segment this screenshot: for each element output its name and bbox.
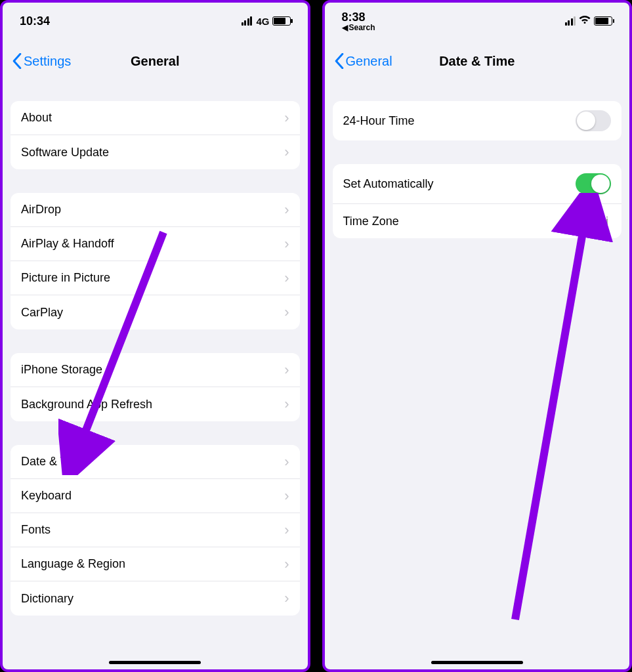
settings-group: iPhone Storage›Background App Refresh› bbox=[11, 353, 300, 421]
status-indicators: 4G bbox=[242, 16, 291, 27]
row-label: About bbox=[21, 111, 284, 125]
row-label: Picture in Picture bbox=[21, 271, 284, 285]
row-label: Language & Region bbox=[21, 557, 284, 571]
home-indicator[interactable] bbox=[431, 661, 523, 664]
row-24-hour-time[interactable]: 24-Hour Time bbox=[333, 101, 622, 140]
status-time: 8:38 bbox=[342, 10, 366, 24]
row-label: AirDrop bbox=[21, 203, 284, 217]
row-time-zone[interactable]: Time Zone Mumbai bbox=[333, 204, 622, 238]
chevron-right-icon: › bbox=[284, 363, 289, 377]
row-picture-in-picture[interactable]: Picture in Picture› bbox=[11, 261, 300, 295]
row-airdrop[interactable]: AirDrop› bbox=[11, 193, 300, 227]
phone-general: 10:34 4G Settings General About›Software… bbox=[0, 0, 310, 672]
chevron-right-icon: › bbox=[284, 557, 289, 572]
row-label: Software Update bbox=[21, 146, 284, 159]
settings-content[interactable]: About›Software Update›AirDrop›AirPlay & … bbox=[3, 77, 308, 669]
page-title: General bbox=[131, 54, 179, 69]
back-label: General bbox=[346, 54, 392, 69]
row-dictionary[interactable]: Dictionary› bbox=[11, 581, 300, 616]
nav-bar: Settings General bbox=[3, 45, 308, 77]
chevron-right-icon: › bbox=[284, 111, 289, 125]
battery-icon bbox=[272, 16, 291, 26]
chevron-right-icon: › bbox=[284, 455, 289, 469]
cellular-signal-icon bbox=[242, 16, 253, 26]
row-value: Mumbai bbox=[566, 215, 608, 228]
row-software-update[interactable]: Software Update› bbox=[11, 135, 300, 169]
back-button[interactable]: Settings bbox=[12, 53, 71, 69]
status-time: 10:34 bbox=[20, 14, 50, 28]
row-background-app-refresh[interactable]: Background App Refresh› bbox=[11, 387, 300, 421]
row-carplay[interactable]: CarPlay› bbox=[11, 295, 300, 329]
cellular-signal-icon bbox=[565, 16, 576, 26]
chevron-right-icon: › bbox=[284, 591, 289, 606]
chevron-left-icon bbox=[12, 53, 22, 69]
chevron-right-icon: › bbox=[284, 523, 289, 537]
settings-group: About›Software Update› bbox=[11, 101, 300, 169]
chevron-right-icon: › bbox=[284, 305, 289, 320]
row-label: Background App Refresh bbox=[21, 398, 284, 411]
group-auto-timezone: Set Automatically Time Zone Mumbai bbox=[333, 164, 622, 238]
row-iphone-storage[interactable]: iPhone Storage› bbox=[11, 353, 300, 387]
row-label: Keyboard bbox=[21, 489, 284, 503]
row-label: 24-Hour Time bbox=[343, 114, 576, 128]
row-label: iPhone Storage bbox=[21, 363, 284, 377]
status-bar: 10:34 4G bbox=[3, 3, 308, 34]
row-keyboard[interactable]: Keyboard› bbox=[11, 479, 300, 513]
chevron-right-icon: › bbox=[284, 271, 289, 285]
row-set-automatically[interactable]: Set Automatically bbox=[333, 164, 622, 204]
home-indicator[interactable] bbox=[109, 661, 201, 664]
phone-date-time: 8:38 ◀ Search General Date & Time 24-Hou… bbox=[322, 0, 633, 672]
row-fonts[interactable]: Fonts› bbox=[11, 513, 300, 547]
network-label: 4G bbox=[256, 16, 269, 27]
row-label: Set Automatically bbox=[343, 177, 576, 191]
status-indicators bbox=[565, 14, 613, 28]
row-label: AirPlay & Handoff bbox=[21, 237, 284, 251]
app-back-link[interactable]: ◀ Search bbox=[342, 23, 375, 32]
toggle-24-hour[interactable] bbox=[576, 110, 611, 131]
row-label: Date & Time bbox=[21, 455, 284, 469]
settings-content[interactable]: 24-Hour Time Set Automatically Time Zone… bbox=[325, 77, 630, 669]
row-airplay-handoff[interactable]: AirPlay & Handoff› bbox=[11, 227, 300, 261]
chevron-right-icon: › bbox=[284, 237, 289, 251]
row-label: CarPlay bbox=[21, 306, 284, 320]
chevron-right-icon: › bbox=[284, 489, 289, 503]
triangle-left-icon: ◀ bbox=[342, 23, 348, 32]
settings-group: Date & Time›Keyboard›Fonts›Language & Re… bbox=[11, 445, 300, 616]
row-label: Dictionary bbox=[21, 592, 284, 606]
row-language-region[interactable]: Language & Region› bbox=[11, 547, 300, 581]
page-title: Date & Time bbox=[439, 54, 515, 69]
row-about[interactable]: About› bbox=[11, 101, 300, 135]
chevron-right-icon: › bbox=[284, 145, 289, 159]
chevron-right-icon: › bbox=[284, 397, 289, 411]
wifi-icon bbox=[578, 14, 591, 28]
row-label: Fonts bbox=[21, 523, 284, 537]
nav-bar: General Date & Time bbox=[325, 45, 630, 77]
battery-icon bbox=[594, 16, 612, 26]
back-label: Settings bbox=[24, 54, 71, 69]
settings-group: AirDrop›AirPlay & Handoff›Picture in Pic… bbox=[11, 193, 300, 329]
chevron-left-icon bbox=[334, 53, 345, 69]
chevron-right-icon: › bbox=[284, 203, 289, 217]
back-button[interactable]: General bbox=[334, 53, 392, 69]
group-time-format: 24-Hour Time bbox=[333, 101, 622, 140]
toggle-set-automatically[interactable] bbox=[576, 173, 611, 194]
row-label: Time Zone bbox=[343, 215, 566, 228]
status-bar: 8:38 ◀ Search bbox=[325, 3, 630, 34]
row-date-time[interactable]: Date & Time› bbox=[11, 445, 300, 479]
